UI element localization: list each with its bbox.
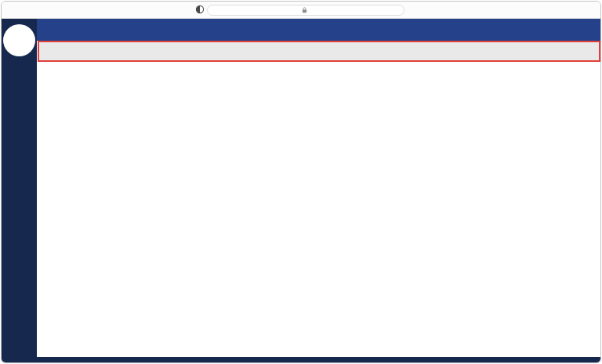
page-header bbox=[37, 19, 600, 41]
lock-icon bbox=[302, 7, 307, 13]
close-window-button[interactable] bbox=[11, 6, 18, 13]
address-bar[interactable] bbox=[207, 5, 404, 16]
alert-summary-table bbox=[37, 41, 600, 358]
privacy-shield-icon bbox=[195, 5, 205, 14]
footer-bar bbox=[2, 357, 600, 362]
sidebar bbox=[2, 19, 37, 358]
logo[interactable] bbox=[3, 24, 35, 56]
highlighted-table-section bbox=[38, 41, 600, 62]
browser-chrome bbox=[2, 2, 600, 19]
zoom-window-button[interactable] bbox=[39, 6, 46, 13]
table-header-row bbox=[39, 42, 599, 60]
traffic-lights bbox=[11, 6, 46, 13]
minimize-window-button[interactable] bbox=[25, 6, 32, 13]
browser-window bbox=[1, 1, 601, 363]
